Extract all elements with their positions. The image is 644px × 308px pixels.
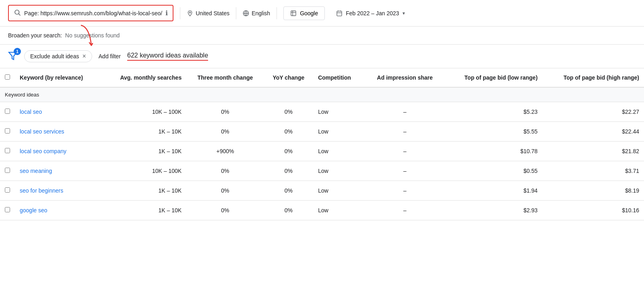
row-avg-monthly: 1K – 10K (102, 201, 186, 220)
row-avg-monthly: 10K – 100K (102, 102, 186, 122)
row-checkbox[interactable] (5, 207, 10, 212)
row-ad-impression: – (366, 102, 444, 122)
row-avg-monthly: 1K – 10K (102, 122, 186, 142)
row-three-month: 0% (186, 201, 264, 220)
row-three-month: 0% (186, 181, 264, 201)
row-yoy: 0% (264, 201, 313, 220)
row-checkbox[interactable] (5, 148, 10, 153)
row-ad-impression: – (366, 161, 444, 181)
row-checkbox[interactable] (5, 168, 10, 173)
row-keyword[interactable]: local seo services (15, 122, 102, 142)
row-checkbox[interactable] (5, 128, 10, 133)
row-ad-impression: – (366, 142, 444, 161)
row-yoy: 0% (264, 142, 313, 161)
row-bid-high: $22.44 (543, 122, 644, 142)
row-bid-low: $1.94 (444, 181, 543, 201)
row-ad-impression: – (366, 201, 444, 220)
row-competition: Low (313, 142, 366, 161)
row-checkbox-cell[interactable] (0, 102, 15, 122)
row-three-month: 0% (186, 161, 264, 181)
row-avg-monthly: 1K – 10K (102, 142, 186, 161)
row-bid-high: $10.16 (543, 201, 644, 220)
th-bid-high[interactable]: Top of page bid (high range) (543, 68, 644, 87)
date-range-label: Feb 2022 – Jan 2023 (346, 10, 399, 16)
table-header-row: Keyword (by relevance) Avg. monthly sear… (0, 68, 644, 87)
row-bid-low: $0.55 (444, 161, 543, 181)
row-bid-low: $5.55 (444, 122, 543, 142)
filter-bar: 1 Exclude adult ideas × Add filter 622 k… (0, 45, 644, 68)
table-row: seo meaning 10K – 100K 0% 0% Low – $0.55… (0, 161, 644, 181)
th-competition[interactable]: Competition (313, 68, 366, 87)
row-ad-impression: – (366, 122, 444, 142)
filter-chip-exclude-adult[interactable]: Exclude adult ideas × (24, 50, 92, 62)
th-yoy[interactable]: YoY change (264, 68, 313, 87)
row-yoy: 0% (264, 161, 313, 181)
row-competition: Low (313, 181, 366, 201)
date-range-selector[interactable]: Feb 2022 – Jan 2023 ▾ (331, 7, 409, 20)
row-ad-impression: – (366, 181, 444, 201)
row-checkbox-cell[interactable] (0, 142, 15, 161)
chevron-down-icon: ▾ (402, 10, 405, 16)
row-keyword[interactable]: seo meaning (15, 161, 102, 181)
row-competition: Low (313, 161, 366, 181)
search-url-text: Page: https://www.semrush.com/blog/what-… (24, 10, 162, 16)
filter-chip-close-icon[interactable]: × (82, 53, 86, 60)
svg-rect-3 (291, 11, 296, 16)
row-three-month: +900% (186, 142, 264, 161)
location-selector[interactable]: United States (187, 10, 229, 16)
table-row: seo for beginners 1K – 10K 0% 0% Low – $… (0, 181, 644, 201)
th-bid-low[interactable]: Top of page bid (low range) (444, 68, 543, 87)
row-checkbox[interactable] (5, 187, 10, 193)
search-box[interactable]: Page: https://www.semrush.com/blog/what-… (8, 5, 173, 21)
svg-point-2 (189, 12, 190, 13)
filter-icon-wrap[interactable]: 1 (8, 51, 18, 62)
th-three-month[interactable]: Three month change (186, 68, 264, 87)
row-checkbox-cell[interactable] (0, 161, 15, 181)
row-yoy: 0% (264, 102, 313, 122)
svg-point-0 (15, 10, 19, 14)
language-label: English (252, 10, 270, 16)
group-header-label: Keyword ideas (0, 87, 644, 102)
th-ad-impression[interactable]: Ad impression share (366, 68, 444, 87)
filter-chip-label: Exclude adult ideas (30, 53, 79, 60)
th-checkbox[interactable] (0, 68, 15, 87)
divider-3 (277, 7, 277, 19)
table-row: google seo 1K – 10K 0% 0% Low – $2.93 $1… (0, 201, 644, 220)
row-checkbox-cell[interactable] (0, 181, 15, 201)
th-avg-monthly[interactable]: Avg. monthly searches (102, 68, 186, 87)
select-all-checkbox[interactable] (5, 74, 10, 80)
location-label: United States (196, 10, 229, 16)
row-competition: Low (313, 102, 366, 122)
divider-1 (180, 7, 180, 19)
row-bid-low: $10.78 (444, 142, 543, 161)
search-engine-button[interactable]: Google (283, 6, 325, 20)
info-icon[interactable]: ℹ (165, 9, 168, 17)
table-row: local seo company 1K – 10K +900% 0% Low … (0, 142, 644, 161)
row-yoy: 0% (264, 181, 313, 201)
keyword-table: Keyword (by relevance) Avg. monthly sear… (0, 68, 644, 220)
row-checkbox-cell[interactable] (0, 201, 15, 220)
language-selector[interactable]: English (243, 10, 270, 16)
row-checkbox-cell[interactable] (0, 122, 15, 142)
table-body: Keyword ideas local seo 10K – 100K 0% 0%… (0, 87, 644, 220)
broaden-label: Broaden your search: (8, 32, 62, 39)
row-three-month: 0% (186, 102, 264, 122)
row-keyword[interactable]: google seo (15, 201, 102, 220)
row-keyword[interactable]: local seo (15, 102, 102, 122)
table-row: local seo services 1K – 10K 0% 0% Low – … (0, 122, 644, 142)
row-avg-monthly: 10K – 100K (102, 161, 186, 181)
row-checkbox[interactable] (5, 109, 10, 114)
header-bar: Page: https://www.semrush.com/blog/what-… (0, 0, 644, 27)
row-competition: Low (313, 201, 366, 220)
add-filter-button[interactable]: Add filter (99, 51, 121, 62)
th-keyword[interactable]: Keyword (by relevance) (15, 68, 102, 87)
svg-rect-6 (337, 11, 342, 16)
row-bid-high: $3.71 (543, 161, 644, 181)
row-bid-high: $22.27 (543, 102, 644, 122)
row-keyword[interactable]: local seo company (15, 142, 102, 161)
row-avg-monthly: 1K – 10K (102, 181, 186, 201)
divider-2 (236, 7, 236, 19)
broaden-search-bar: Broaden your search: No suggestions foun… (0, 27, 644, 45)
row-bid-low: $2.93 (444, 201, 543, 220)
row-keyword[interactable]: seo for beginners (15, 181, 102, 201)
